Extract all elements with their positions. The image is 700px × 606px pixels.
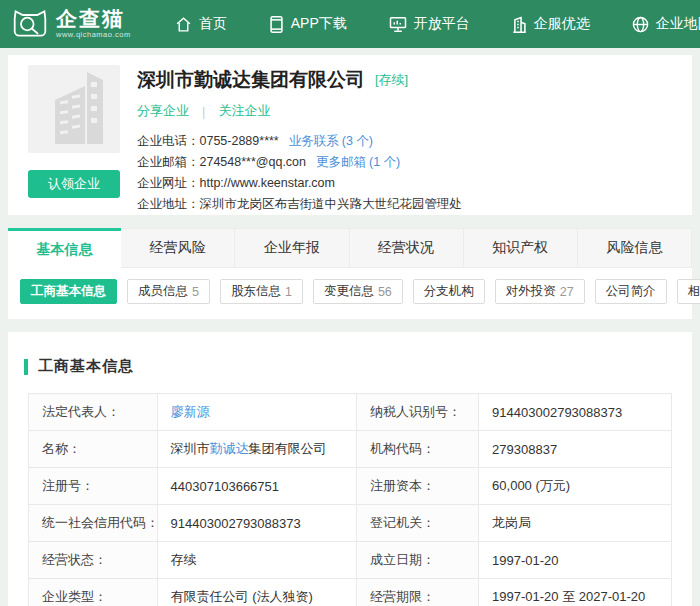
company-name-title: 深圳市勤诚达集团有限公司 — [137, 67, 365, 93]
email-value: 274548***@qq.con — [200, 155, 307, 169]
field-value: 279308837 — [479, 431, 672, 468]
subtab-label: 相关搜索 — [688, 283, 700, 300]
field-label: 成立日期： — [356, 542, 478, 579]
field-label: 注册资本： — [356, 468, 478, 505]
subtab-label: 股东信息 — [231, 283, 281, 300]
nav-item-enterprise-map[interactable]: 企业地图 N — [632, 15, 700, 33]
company-status-badge: [存续] — [375, 71, 408, 89]
table-row: 统一社会信用代码： 914403002793088373 登记机关： 龙岗局 — [29, 505, 672, 542]
email-count: (1 个) — [369, 155, 400, 169]
name-prefix: 深圳市 — [171, 441, 210, 456]
field-value: 914403002793088373 — [157, 505, 356, 542]
field-label: 注册号： — [29, 468, 158, 505]
brand-name: 企查猫 — [56, 9, 131, 29]
field-value: 存续 — [157, 542, 356, 579]
tab-annual-report[interactable]: 企业年报 — [235, 228, 349, 268]
company-website-row: 企业网址：http://www.keenstar.com — [137, 173, 462, 194]
top-nav: 企查猫 www.qichamao.com 首页 APP下载 — [0, 0, 700, 48]
address-label: 企业地址： — [137, 197, 200, 211]
nav-label-enterprise-services: 企服优选 — [534, 15, 590, 33]
cat-magnifier-icon — [12, 8, 48, 40]
subtab-count: 56 — [378, 285, 392, 299]
subtab-label: 公司简介 — [606, 283, 656, 300]
link-divider: | — [202, 104, 205, 119]
follow-company-link[interactable]: 关注企业 — [218, 102, 270, 120]
subtab-label: 成员信息 — [138, 283, 188, 300]
table-row: 名称： 深圳市勤诚达集团有限公司 机构代码： 279308837 — [29, 431, 672, 468]
company-header-card: 认领企业 深圳市勤诚达集团有限公司 [存续] 分享企业 | 关注企业 企业电话：… — [8, 55, 692, 215]
tab-basic-info[interactable]: 基本信息 — [8, 228, 121, 268]
phone-value: 0755-2889**** — [200, 134, 279, 148]
table-row: 企业类型： 有限责任公司 (法人独资) 经营期限： 1997-01-20 至 2… — [29, 579, 672, 606]
subtab-label: 变更信息 — [324, 283, 374, 300]
field-label: 法定代表人： — [29, 394, 158, 431]
phone-label: 企业电话： — [137, 134, 200, 148]
email-label: 企业邮箱： — [137, 155, 200, 169]
field-value: 440307103666751 — [157, 468, 356, 505]
home-icon — [175, 16, 192, 33]
claim-company-button[interactable]: 认领企业 — [28, 170, 120, 198]
field-value: 廖新源 — [157, 394, 356, 431]
field-label: 企业类型： — [29, 579, 158, 606]
nav-label-enterprise-map: 企业地图 — [656, 15, 700, 33]
field-label: 名称： — [29, 431, 158, 468]
company-address-row: 企业地址：深圳市龙岗区布吉街道中兴路大世纪花园管理处 — [137, 194, 462, 215]
field-label: 统一社会信用代码： — [29, 505, 158, 542]
subtab-count: 27 — [560, 285, 574, 299]
nav-label-open-platform: 开放平台 — [414, 15, 470, 33]
company-contact-list: 企业电话：0755-2889****业务联系(3 个) 企业邮箱：274548*… — [137, 131, 462, 215]
subtab-branches[interactable]: 分支机构 — [413, 279, 485, 304]
tabs-card: 基本信息 经营风险 企业年报 经营状况 知识产权 风险信息 工商基本信息 成员信… — [8, 228, 692, 319]
company-logo-column: 认领企业 — [28, 65, 120, 195]
qichamao-logo[interactable]: 企查猫 www.qichamao.com — [12, 8, 131, 40]
field-value: 1997-01-20 — [479, 542, 672, 579]
subtab-shareholders[interactable]: 股东信息1 — [220, 279, 303, 304]
subtab-label: 对外投资 — [506, 283, 556, 300]
tab-operating-status[interactable]: 经营状况 — [350, 228, 464, 268]
share-company-link[interactable]: 分享企业 — [137, 102, 189, 120]
company-phone-row: 企业电话：0755-2889****业务联系(3 个) — [137, 131, 462, 152]
field-label: 经营期限： — [356, 579, 478, 606]
nav-item-app-download[interactable]: APP下载 — [269, 15, 347, 33]
phone-count: (3 个) — [342, 134, 373, 148]
subtab-investments[interactable]: 对外投资27 — [495, 279, 585, 304]
field-value: 深圳市勤诚达集团有限公司 — [157, 431, 356, 468]
basic-info-card: 工商基本信息 法定代表人： 廖新源 纳税人识别号： 91440300279308… — [8, 332, 692, 606]
section-title-text: 工商基本信息 — [38, 357, 134, 376]
subtab-related-search[interactable]: 相关搜索 — [677, 279, 700, 304]
more-email-link[interactable]: 更多邮箱 — [316, 155, 366, 169]
company-main-info: 深圳市勤诚达集团有限公司 [存续] 分享企业 | 关注企业 企业电话：0755-… — [137, 65, 462, 195]
basic-info-table: 法定代表人： 廖新源 纳税人识别号： 914403002793088373 名称… — [28, 393, 672, 606]
tab-business-risk[interactable]: 经营风险 — [121, 228, 235, 268]
nav-item-enterprise-services[interactable]: 企服优选 — [512, 15, 590, 33]
name-highlight: 勤诚达 — [210, 441, 249, 456]
nav-item-open-platform[interactable]: 开放平台 — [389, 15, 470, 33]
tab-risk-info[interactable]: 风险信息 — [578, 228, 692, 268]
app-download-icon — [269, 16, 284, 33]
field-label: 纳税人识别号： — [356, 394, 478, 431]
subtab-company-profile[interactable]: 公司简介 — [595, 279, 667, 304]
subtab-business-registration[interactable]: 工商基本信息 — [20, 279, 117, 304]
table-row: 法定代表人： 廖新源 纳税人识别号： 914403002793088373 — [29, 394, 672, 431]
name-suffix: 集团有限公司 — [249, 441, 327, 456]
nav-menu: 首页 APP下载 开放平台 企服优选 — [175, 15, 700, 33]
subtab-members[interactable]: 成员信息5 — [127, 279, 210, 304]
brand-url: www.qichamao.com — [56, 30, 131, 39]
legal-representative-link[interactable]: 廖新源 — [171, 404, 210, 419]
business-contact-link[interactable]: 业务联系 — [289, 134, 339, 148]
field-label: 登记机关： — [356, 505, 478, 542]
subtab-changes[interactable]: 变更信息56 — [313, 279, 403, 304]
field-value: 有限责任公司 (法人独资) — [157, 579, 356, 606]
website-value: http://www.keenstar.com — [200, 176, 335, 190]
tab-intellectual-property[interactable]: 知识产权 — [464, 228, 578, 268]
section-title: 工商基本信息 — [20, 357, 680, 376]
field-value: 龙岗局 — [479, 505, 672, 542]
nav-item-home[interactable]: 首页 — [175, 15, 227, 33]
subtab-label: 工商基本信息 — [31, 283, 106, 300]
company-logo-placeholder — [28, 65, 120, 153]
enterprise-services-icon — [512, 16, 527, 33]
enterprise-map-icon — [632, 16, 649, 33]
subtab-label: 分支机构 — [424, 283, 474, 300]
company-email-row: 企业邮箱：274548***@qq.con更多邮箱(1 个) — [137, 152, 462, 173]
subtab-count: 5 — [192, 285, 199, 299]
